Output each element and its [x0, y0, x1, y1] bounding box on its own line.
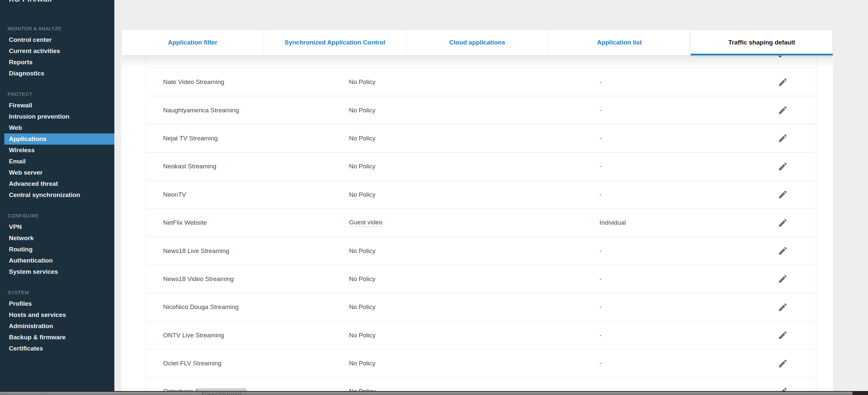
sidebar-item-wireless[interactable]: Wireless: [0, 144, 114, 156]
app-name: NeonTV: [146, 191, 349, 198]
app-name: Neokast Streaming: [146, 163, 349, 170]
edit-button[interactable]: [778, 358, 788, 369]
tab-bar: Application filterSynchronized Applicati…: [121, 29, 833, 56]
sidebar-item-reports[interactable]: Reports: [0, 57, 114, 68]
limit-cell: -: [599, 360, 749, 367]
sidebar-item-authentication[interactable]: Authentication: [0, 255, 114, 266]
pencil-icon: [778, 274, 788, 284]
sidebar-item-routing[interactable]: Routing: [0, 244, 114, 255]
limit-cell: -: [599, 275, 749, 283]
sidebar-item-profiles[interactable]: Profiles: [0, 298, 114, 309]
limit-cell: -: [599, 78, 749, 86]
table-row-ontv-live-streaming: ONTV Live StreamingNo Policy-: [146, 321, 816, 349]
sidebar-item-system-services[interactable]: System services: [0, 266, 114, 277]
horizontal-scrollbar[interactable]: [0, 391, 868, 395]
sidebar-item-central-synchronization[interactable]: Central synchronization: [0, 190, 114, 201]
edit-cell: [749, 302, 816, 312]
edit-cell: [749, 218, 816, 228]
pencil-icon: [778, 133, 788, 143]
tab-traffic-shaping-default[interactable]: Traffic shaping default: [690, 30, 833, 55]
edit-button[interactable]: [778, 105, 788, 115]
sidebar-item-applications[interactable]: Applications: [4, 133, 114, 144]
edit-button[interactable]: [778, 190, 788, 200]
sidebar-nav: MONITOR & ANALYZEControl centerCurrent a…: [0, 23, 114, 354]
edit-button[interactable]: [778, 330, 788, 340]
edit-cell: [749, 387, 816, 391]
sidebar-item-certificates[interactable]: Certificates: [0, 343, 114, 354]
policy-cell: No Policy: [349, 360, 599, 367]
edit-button[interactable]: [778, 246, 788, 256]
edit-cell: [749, 330, 816, 340]
sidebar: XG Firewall MONITOR & ANALYZEControl cen…: [0, 0, 114, 391]
sidebar-item-administration[interactable]: Administration: [0, 321, 114, 332]
applications-table: Nate Video StreamingNo Policy- Naughtyam…: [146, 56, 816, 391]
edit-cell: [749, 77, 816, 87]
sidebar-item-network[interactable]: Network: [0, 233, 114, 244]
policy-cell: No Policy: [349, 107, 599, 114]
policy-cell: No Policy: [349, 135, 599, 142]
tab-synchronized-application-control[interactable]: Synchronized Application Control: [264, 30, 406, 55]
nav-section-label: PROTECT: [0, 89, 114, 100]
table-row-neontv: NeonTVNo Policy-: [146, 180, 816, 208]
sidebar-item-intrusion-prevention[interactable]: Intrusion prevention: [0, 111, 114, 122]
sidebar-item-backup-firmware[interactable]: Backup & firmware: [0, 332, 114, 343]
nav-section-protect: PROTECTFirewallIntrusion preventionWebAp…: [0, 89, 114, 201]
pencil-icon: [778, 105, 788, 115]
tab-application-filter[interactable]: Application filter: [122, 30, 264, 55]
sidebar-item-advanced-threat[interactable]: Advanced threat: [0, 178, 114, 190]
sidebar-item-current-activities[interactable]: Current activities: [0, 45, 114, 57]
app-name: Nate Video Streaming: [146, 78, 349, 86]
policy-cell: No Policy: [349, 163, 599, 170]
edit-cell: [749, 190, 816, 200]
edit-button[interactable]: [778, 274, 788, 284]
sidebar-item-web-server[interactable]: Web server: [0, 167, 114, 178]
limit-cell: -: [599, 191, 749, 198]
edit-cell: [749, 246, 816, 256]
edit-button[interactable]: [778, 302, 788, 312]
pencil-icon: [778, 218, 788, 228]
app-name: NicoNico Douga Streaming: [146, 303, 349, 311]
app-name: Octet-FLV Streaming: [146, 360, 349, 367]
sidebar-item-firewall[interactable]: Firewall: [0, 100, 114, 111]
edit-cell: [749, 358, 816, 369]
sidebar-item-hosts-and-services[interactable]: Hosts and services: [0, 309, 114, 321]
pencil-icon: [778, 330, 788, 340]
policy-link[interactable]: Guest video: [349, 219, 382, 227]
limit-cell: -: [599, 135, 749, 142]
pencil-icon: [778, 161, 788, 172]
limit-cell: -: [599, 332, 749, 339]
edit-button[interactable]: [778, 387, 788, 391]
table-row-naughtyamerica-streaming: Naughtyamerica StreamingNo Policy-: [146, 96, 816, 124]
nav-section-configure: CONFIGUREVPNNetworkRoutingAuthentication…: [0, 210, 114, 277]
limit-cell: -: [599, 107, 749, 114]
edit-button[interactable]: [778, 218, 788, 228]
limit-cell: Individual: [599, 219, 749, 226]
sidebar-item-email[interactable]: Email: [0, 156, 114, 167]
edit-button[interactable]: [778, 133, 788, 143]
table-row-niconico-douga-streaming: NicoNico Douga StreamingNo Policy-: [146, 293, 816, 321]
policy-cell: No Policy: [349, 275, 599, 283]
tab-cloud-applications[interactable]: Cloud applications: [406, 30, 548, 55]
sidebar-item-control-center[interactable]: Control center: [0, 34, 114, 45]
pencil-icon: [778, 302, 788, 312]
table-row-news18-video-streaming: News18 Video StreamingNo Policy-: [146, 265, 816, 293]
app-name: News18 Live Streaming: [146, 248, 349, 255]
nav-section-label: CONFIGURE: [0, 210, 114, 221]
table-row-nejat-tv-streaming: Nejat TV StreamingNo Policy-: [146, 124, 816, 152]
app-name: Naughtyamerica Streaming: [146, 107, 349, 114]
table-row: [146, 56, 816, 68]
sidebar-item-vpn[interactable]: VPN: [0, 221, 114, 233]
tab-application-list[interactable]: Application list: [548, 30, 690, 55]
pencil-icon: [778, 246, 788, 256]
policy-cell: No Policy: [349, 303, 599, 311]
scrollbar-end-segment: [852, 392, 868, 395]
policy-cell: No Policy: [349, 332, 599, 339]
edit-button[interactable]: [778, 77, 788, 87]
table-row-nate-video-streaming: Nate Video StreamingNo Policy-: [146, 68, 816, 96]
table-row-news18-live-streaming: News18 Live StreamingNo Policy-: [146, 236, 816, 265]
edit-cell: [749, 274, 816, 284]
sidebar-item-web[interactable]: Web: [0, 122, 114, 133]
sidebar-item-diagnostics[interactable]: Diagnostics: [0, 68, 114, 79]
table-row-neokast-streaming: Neokast StreamingNo Policy-: [146, 152, 816, 180]
edit-button[interactable]: [778, 161, 788, 172]
